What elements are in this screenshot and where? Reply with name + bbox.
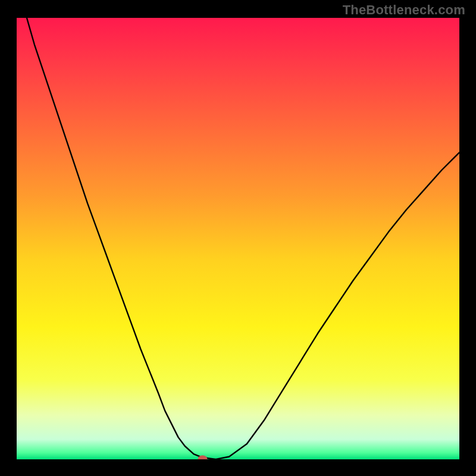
chart-svg xyxy=(17,18,459,459)
watermark-text: TheBottleneck.com xyxy=(343,2,465,18)
plot-area xyxy=(17,18,459,459)
chart-frame: TheBottleneck.com xyxy=(0,0,476,476)
gradient-background xyxy=(17,18,459,459)
